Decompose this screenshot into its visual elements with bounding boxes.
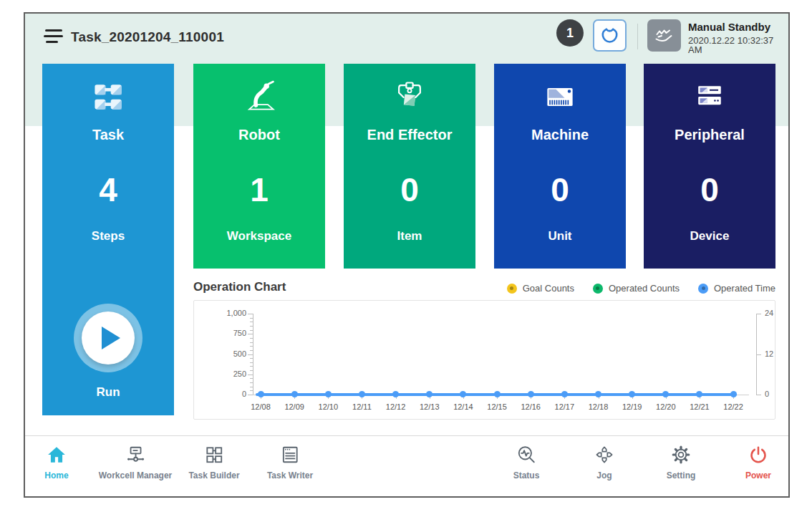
- peripheral-icon: [690, 77, 730, 117]
- data-point: [325, 391, 332, 397]
- legend-label: Operated Time: [714, 283, 775, 294]
- y-axis-tick: [250, 318, 253, 319]
- card-value: 0: [551, 172, 569, 208]
- menu-icon[interactable]: [44, 28, 65, 45]
- y2-axis-label: 24: [765, 309, 773, 317]
- y-axis-label: 250: [194, 370, 246, 378]
- y-axis-tick: [248, 354, 253, 355]
- gripper-button[interactable]: [593, 19, 627, 52]
- machine-icon: [540, 77, 580, 117]
- x-axis-label: 12/15: [481, 402, 513, 411]
- operated-time-dot-icon: [698, 284, 708, 294]
- y-axis-tick: [250, 362, 253, 363]
- legend-label: Goal Counts: [523, 283, 574, 294]
- robot-icon: [239, 77, 279, 117]
- workcell-manager-icon: [125, 443, 145, 467]
- nav-power[interactable]: Power: [712, 443, 805, 493]
- app-window: Task_20201204_110001 1 Manual: [24, 12, 790, 498]
- nav-label: Workcell Manager: [99, 470, 172, 481]
- operation-chart-plot: 1,00075050025002412012/0812/0912/1012/11…: [194, 301, 775, 419]
- y-axis-label: 1,000: [194, 309, 246, 317]
- card-label: End Effector: [367, 127, 453, 143]
- y-axis-tick: [250, 330, 253, 331]
- task-icon: [88, 77, 128, 117]
- status-icon: [516, 443, 536, 467]
- y-axis-line: [253, 314, 253, 395]
- data-point: [460, 391, 466, 397]
- task-builder-icon: [204, 443, 224, 467]
- y-axis-tick: [250, 378, 253, 379]
- run-button[interactable]: [74, 304, 142, 372]
- data-point: [291, 391, 298, 397]
- gripper-icon: [600, 26, 619, 45]
- chart-legend: Goal Counts Operated Counts Operated Tim…: [193, 283, 775, 294]
- legend-item-goal-counts: Goal Counts: [507, 283, 574, 294]
- manual-mode-button[interactable]: [647, 19, 681, 52]
- y-axis-tick: [250, 342, 253, 343]
- data-point: [426, 391, 432, 397]
- card-peripheral[interactable]: Peripheral 0 Device: [644, 64, 775, 269]
- data-point: [258, 391, 264, 397]
- y2-axis-tick: [756, 354, 761, 355]
- card-task[interactable]: Task 4 Steps Run: [42, 64, 174, 415]
- y-axis-tick: [250, 358, 253, 359]
- hand-icon: [653, 25, 676, 47]
- data-point: [528, 391, 534, 397]
- data-point: [359, 391, 365, 397]
- x-axis-label: 12/18: [583, 402, 614, 411]
- y-axis-tick: [248, 375, 253, 375]
- power-icon: [748, 443, 768, 467]
- data-point: [696, 391, 702, 397]
- data-point: [494, 391, 501, 397]
- y-axis-tick: [250, 370, 253, 371]
- run-label: Run: [42, 385, 174, 400]
- nav-task-writer[interactable]: Task Writer: [243, 443, 337, 493]
- card-unit: Device: [690, 229, 730, 243]
- x-axis-label: 12/16: [515, 402, 546, 411]
- y-axis-label: 750: [194, 329, 246, 337]
- data-point: [595, 391, 601, 397]
- nav-label: Setting: [667, 470, 696, 481]
- status-title: Manual Standby: [688, 21, 788, 32]
- x-axis-label: 12/10: [312, 402, 344, 411]
- card-value: 0: [700, 172, 719, 208]
- card-value: 4: [99, 172, 117, 208]
- x-axis-label: 12/20: [650, 402, 682, 411]
- card-label: Peripheral: [675, 127, 745, 143]
- x-axis-label: 12/13: [414, 402, 445, 411]
- y-axis-tick: [250, 338, 253, 339]
- play-icon: [102, 327, 120, 349]
- card-label: Robot: [238, 127, 280, 143]
- card-label: Machine: [531, 127, 589, 143]
- y-axis-tick: [250, 350, 253, 351]
- x-axis-label: 12/14: [448, 402, 479, 411]
- page-title: Task_20201204_110001: [71, 29, 224, 45]
- card-unit: Unit: [548, 229, 571, 243]
- card-unit: Steps: [92, 229, 125, 243]
- card-end-effector[interactable]: End Effector 0 Item: [344, 64, 475, 269]
- operation-chart: 1,00075050025002412012/0812/0912/1012/11…: [193, 300, 775, 420]
- card-value: 0: [400, 172, 419, 208]
- x-axis-label: 12/11: [346, 402, 377, 411]
- legend-item-operated-time: Operated Time: [698, 283, 775, 294]
- x-axis-label: 12/12: [380, 402, 412, 411]
- x-axis-label: 12/09: [279, 402, 310, 411]
- header-divider: [637, 24, 638, 49]
- notification-badge: 1: [556, 19, 584, 47]
- nav-label: Task Writer: [267, 470, 313, 481]
- y2-axis-label: 0: [765, 390, 769, 398]
- legend-item-operated-counts: Operated Counts: [593, 283, 680, 294]
- card-robot[interactable]: Robot 1 Workspace: [193, 64, 325, 269]
- y-axis-tick: [250, 322, 253, 322]
- data-point: [561, 391, 568, 397]
- task-writer-icon: [280, 443, 300, 467]
- y-axis-tick: [248, 334, 253, 334]
- data-point: [392, 391, 399, 397]
- card-label: Task: [92, 127, 124, 143]
- home-icon: [47, 443, 67, 467]
- card-machine[interactable]: Machine 0 Unit: [494, 64, 626, 269]
- x-axis-label: 12/08: [245, 402, 276, 411]
- robot-status: Manual Standby 2020.12.22 10:32:37 AM: [688, 21, 788, 54]
- card-unit: Item: [397, 229, 422, 243]
- legend-label: Operated Counts: [609, 283, 680, 294]
